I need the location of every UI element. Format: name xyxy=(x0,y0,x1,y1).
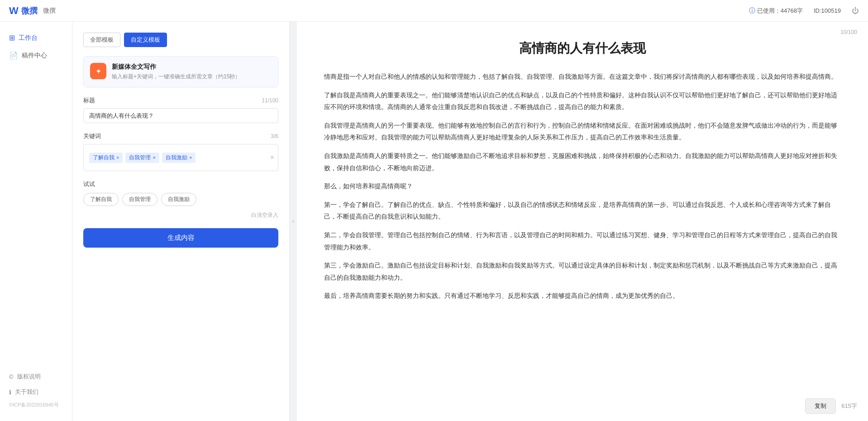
header-left: W 微撰 微撰 xyxy=(9,5,56,17)
suggest-tag-1[interactable]: 了解自我 xyxy=(83,193,119,206)
template-card: ✦ 新媒体全文写作 输入标题+关键词，一键准确生成所需文章（约15秒） xyxy=(83,56,278,87)
sidebar-about[interactable]: ℹ 关于我们 xyxy=(0,384,72,400)
article-paragraph: 自我激励是高情商人的重要特质之一。他们能够激励自己不断地追求目标和梦想，克服困难… xyxy=(324,150,841,174)
article-paragraph: 那么，如何培养和提高情商呢？ xyxy=(324,180,841,192)
sidebar-nav: ⊞ 工作台 📄 稿件中心 xyxy=(0,29,72,64)
article-title: 高情商的人有什么表现 xyxy=(324,40,841,57)
right-panel: 10/100 高情商的人有什么表现 情商是指一个人对自己和他人的情感的认知和管理… xyxy=(297,22,868,421)
title-input[interactable] xyxy=(83,108,278,123)
keywords-section: 关键词 3/6 了解自我 × 自我管理 × 自我激励 × xyxy=(83,132,278,171)
template-card-info: 新媒体全文写作 输入标题+关键词，一键准确生成所需文章（约15秒） xyxy=(112,63,240,81)
sidebar-item-drafts-label: 稿件中心 xyxy=(22,52,47,60)
copy-button[interactable]: 复制 xyxy=(805,398,836,414)
power-icon[interactable]: ⏻ xyxy=(852,7,859,15)
main-layout: ⊞ 工作台 📄 稿件中心 © 版权说明 ℹ 关于我们 ©ICP备20220169… xyxy=(0,22,868,421)
template-card-desc: 输入标题+关键词，一键准确生成所需文章（约15秒） xyxy=(112,73,240,81)
app-name: 微撰 xyxy=(43,7,56,15)
template-card-name: 新媒体全文写作 xyxy=(112,63,240,71)
title-section: 标题 11/100 xyxy=(83,96,278,123)
sidebar-footer: © 版权说明 ℹ 关于我们 ©ICP备2022016945号 xyxy=(0,369,72,414)
title-label-row: 标题 11/100 xyxy=(83,96,278,105)
template-tabs: 全部模板 自定义模板 xyxy=(83,33,278,47)
left-panel: 全部模板 自定义模板 ✦ 新媒体全文写作 输入标题+关键词，一键准确生成所需文章… xyxy=(72,22,290,421)
header-right: ⓘ 已使用：44768字 ID:100519 ⏻ xyxy=(749,7,859,15)
usage-text: 已使用：44768字 xyxy=(757,7,803,15)
keyword-tag-3-remove[interactable]: × xyxy=(189,155,192,160)
article-paragraph: 最后，培养高情商需要长期的努力和实践。只有通过不断地学习、反思和实践，才能够提高… xyxy=(324,290,841,302)
collapse-handle[interactable]: ‹ xyxy=(290,22,297,421)
content-area: 全部模板 自定义模板 ✦ 新媒体全文写作 输入标题+关键词，一键准确生成所需文章… xyxy=(72,22,868,421)
keywords-box[interactable]: 了解自我 × 自我管理 × 自我激励 × × xyxy=(83,144,278,171)
keywords-clear-icon[interactable]: × xyxy=(270,153,274,162)
logo-text: 微撰 xyxy=(21,5,38,16)
sidebar-item-workspace-label: 工作台 xyxy=(19,34,38,42)
article-body: 情商是指一个人对自己和他人的情感的认知和管理能力，包括了解自我、自我管理、自我激… xyxy=(324,71,841,302)
keywords-label-row: 关键词 3/6 xyxy=(83,132,278,140)
suggest-section: 试试 了解自我 自我管理 自我激励 白清空录入 xyxy=(83,180,278,219)
app-logo: W 微撰 xyxy=(9,5,38,17)
user-id: ID:100519 xyxy=(814,7,841,14)
suggest-tag-2[interactable]: 自我管理 xyxy=(122,193,157,206)
page-count: 10/100 xyxy=(840,29,857,35)
tab-all-templates[interactable]: 全部模板 xyxy=(83,33,120,47)
article-paragraph: 第一，学会了解自己。了解自己的优点、缺点、个性特质和偏好，以及自己的情感状态和情… xyxy=(324,199,841,223)
about-icon: ℹ xyxy=(9,389,11,396)
title-count: 11/100 xyxy=(262,97,278,104)
keywords-label: 关键词 xyxy=(83,132,101,140)
sidebar: ⊞ 工作台 📄 稿件中心 © 版权说明 ℹ 关于我们 ©ICP备20220169… xyxy=(0,22,72,421)
workspace-icon: ⊞ xyxy=(9,33,15,42)
keyword-tag-2-remove[interactable]: × xyxy=(153,155,155,160)
keyword-tag-1-label: 了解自我 xyxy=(93,154,114,162)
article-paragraph: 情商是指一个人对自己和他人的情感的认知和管理能力，包括了解自我、自我管理、自我激… xyxy=(324,71,841,83)
info-icon: ⓘ xyxy=(749,7,755,15)
tab-custom-templates[interactable]: 自定义模板 xyxy=(124,33,167,47)
logo-w: W xyxy=(9,5,19,17)
app-header: W 微撰 微撰 ⓘ 已使用：44768字 ID:100519 ⏻ xyxy=(0,0,868,22)
article-paragraph: 第二，学会自我管理。管理自己包括控制自己的情绪、行为和言语，以及管理自己的时间和… xyxy=(324,229,841,253)
article-paragraph: 了解自我是高情商人的重要表现之一。他们能够清楚地认识自己的优点和缺点，以及自己的… xyxy=(324,89,841,113)
title-label: 标题 xyxy=(83,96,95,105)
usage-info: ⓘ 已使用：44768字 xyxy=(749,7,803,15)
suggest-tag-3[interactable]: 自我激励 xyxy=(161,193,196,206)
template-card-icon: ✦ xyxy=(90,63,106,79)
keyword-tag-1[interactable]: 了解自我 × xyxy=(89,153,123,163)
right-panel-footer: 复制 615字 xyxy=(805,398,857,414)
word-count: 615字 xyxy=(841,402,857,410)
sidebar-item-drafts[interactable]: 📄 稿件中心 xyxy=(0,47,72,64)
article-paragraph: 第三，学会激励自己。激励自己包括设定目标和计划、自我激励和自我奖励等方式。可以通… xyxy=(324,259,841,283)
icp-text: ©ICP备2022016945号 xyxy=(0,400,72,410)
keyword-tag-1-remove[interactable]: × xyxy=(116,155,119,160)
copyright-icon: © xyxy=(9,373,14,380)
keyword-tag-3[interactable]: 自我激励 × xyxy=(162,153,196,163)
sidebar-item-workspace[interactable]: ⊞ 工作台 xyxy=(0,29,72,47)
article-paragraph: 自我管理是高情商人的另一个重要表现。他们能够有效地控制自己的言行和行为，控制自己… xyxy=(324,120,841,144)
keywords-count: 3/6 xyxy=(271,133,278,139)
sidebar-copyright[interactable]: © 版权说明 xyxy=(0,369,72,384)
copyright-label: 版权说明 xyxy=(17,373,41,381)
clear-input-btn[interactable]: 白清空录入 xyxy=(83,211,278,219)
suggest-tags: 了解自我 自我管理 自我激励 xyxy=(83,193,278,206)
drafts-icon: 📄 xyxy=(9,51,18,60)
suggest-title: 试试 xyxy=(83,180,278,188)
generate-button[interactable]: 生成内容 xyxy=(83,228,278,248)
keyword-tag-2-label: 自我管理 xyxy=(129,154,151,162)
keyword-tag-3-label: 自我激励 xyxy=(166,154,187,162)
about-label: 关于我们 xyxy=(15,388,38,396)
keyword-tag-2[interactable]: 自我管理 × xyxy=(125,153,159,163)
